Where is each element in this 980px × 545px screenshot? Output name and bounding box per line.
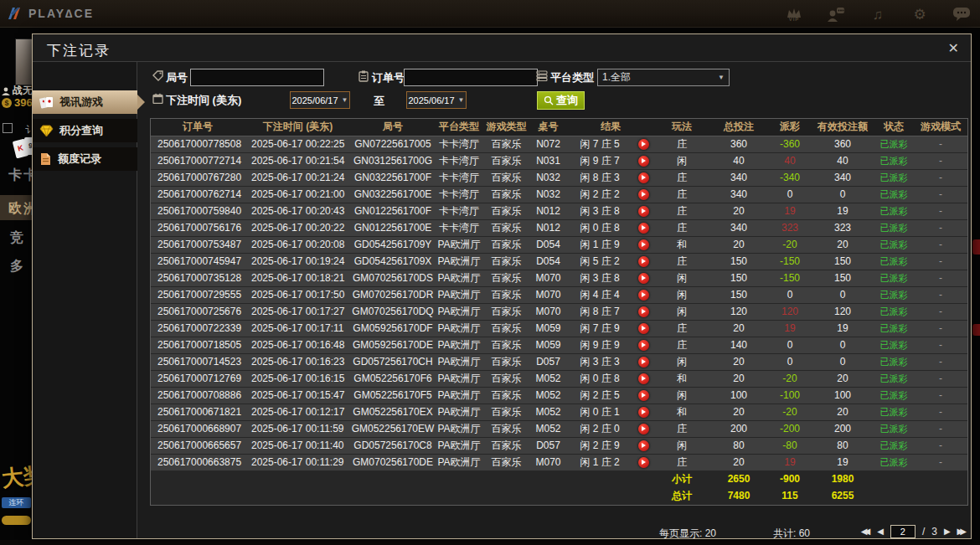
play-button[interactable] xyxy=(638,306,649,317)
cell-game-type: 百家乐 xyxy=(483,270,529,286)
date-to-picker[interactable]: 2025/06/17 ▼ xyxy=(406,91,467,109)
cell-table-no: D057 xyxy=(529,353,567,370)
totals-value xyxy=(435,470,483,487)
play-button[interactable] xyxy=(638,407,649,418)
cell-result: 闲 2 庄 9 xyxy=(567,437,632,454)
cell-round: GM052256170EW xyxy=(351,420,435,437)
cell-payout: 19 xyxy=(768,203,812,219)
order-number-input[interactable] xyxy=(404,69,538,86)
totals-value xyxy=(567,470,632,487)
cell-bet-type: 庄 xyxy=(654,169,709,186)
cell-valid-bet: 0 xyxy=(812,186,874,203)
play-button[interactable] xyxy=(638,206,649,217)
chat-icon[interactable] xyxy=(952,3,972,25)
close-icon[interactable]: ✕ xyxy=(948,40,959,56)
play-button[interactable] xyxy=(638,323,649,334)
cell-round: GN0122561700F xyxy=(351,203,435,219)
vip-icon[interactable]: VIP xyxy=(784,3,804,25)
cell-total-bet: 40 xyxy=(709,152,768,169)
cell-time: 2025-06-17 00:19:24 xyxy=(245,253,351,270)
cell-total-bet: 200 xyxy=(709,420,768,437)
cell-replay xyxy=(632,337,654,353)
sidebar-item-duo[interactable]: 多 xyxy=(10,258,25,275)
round-number-input[interactable] xyxy=(190,69,324,86)
play-button[interactable] xyxy=(638,172,649,183)
cell-total-bet: 20 xyxy=(709,353,768,370)
cell-replay xyxy=(632,387,654,404)
music-icon[interactable]: ♫ xyxy=(868,3,888,25)
cell-table-no: M070 xyxy=(529,270,567,286)
cell-platform: 卡卡湾厅 xyxy=(435,152,483,169)
tab-quota-records[interactable]: 额度记录 xyxy=(33,147,137,171)
date-from-picker[interactable]: 2025/06/17 ▼ xyxy=(290,91,350,109)
cell-status: 已派彩 xyxy=(874,420,914,437)
play-button[interactable] xyxy=(638,273,649,284)
cell-valid-bet: 19 xyxy=(812,320,874,337)
play-button[interactable] xyxy=(638,390,649,401)
page-number-input[interactable] xyxy=(890,525,916,538)
cell-status: 已派彩 xyxy=(874,337,914,353)
play-button[interactable] xyxy=(638,373,649,384)
cell-replay xyxy=(632,169,654,186)
settings-icon[interactable]: ⚙ xyxy=(910,3,930,25)
cell-valid-bet: 120 xyxy=(812,303,874,320)
play-button[interactable] xyxy=(638,223,649,234)
cell-game-mode: - xyxy=(914,186,967,203)
tab-points-query[interactable]: 积分查询 xyxy=(33,119,137,142)
play-button[interactable] xyxy=(638,139,649,150)
platform-type-select[interactable]: 1.全部 ▼ xyxy=(597,69,730,86)
cell-platform: PA欧洲厅 xyxy=(435,437,483,454)
next-page-button[interactable]: ▶ xyxy=(944,525,951,538)
cell-total-bet: 20 xyxy=(709,203,768,219)
play-button[interactable] xyxy=(638,239,649,250)
previous-page-button[interactable]: ◀ xyxy=(877,525,884,538)
play-button[interactable] xyxy=(638,156,649,167)
cell-table-no: M070 xyxy=(529,454,567,470)
last-page-button[interactable]: ▶▶ xyxy=(957,525,967,538)
column-header: 状态 xyxy=(874,119,914,136)
cell-order: 250617000772714 xyxy=(151,152,245,169)
first-page-button[interactable]: ◀◀ xyxy=(861,525,870,538)
play-button[interactable] xyxy=(638,290,649,301)
cell-table-no: D054 xyxy=(529,236,567,253)
cell-total-bet: 340 xyxy=(709,219,768,236)
cell-game-mode: - xyxy=(914,286,967,303)
cell-total-bet: 20 xyxy=(709,454,768,470)
totals-value xyxy=(529,470,567,487)
topbar: PLAY∆CE VIP ♫ ⚙ xyxy=(0,0,980,28)
cell-bet-type: 庄 xyxy=(654,420,709,437)
play-button[interactable] xyxy=(638,424,649,434)
play-button[interactable] xyxy=(638,440,649,451)
cell-game-type: 百家乐 xyxy=(483,303,529,320)
play-button[interactable] xyxy=(638,340,649,351)
cell-payout: -100 xyxy=(768,387,812,404)
cell-valid-bet: 200 xyxy=(812,420,874,437)
person-icon xyxy=(2,87,10,95)
sidebar-item-jing[interactable]: 竞 xyxy=(10,229,25,247)
cell-time: 2025-06-17 00:18:21 xyxy=(245,270,351,286)
totals-value xyxy=(874,487,914,504)
cell-result: 闲 0 庄 8 xyxy=(567,370,632,387)
search-button[interactable]: 查询 xyxy=(537,91,585,110)
cell-table-no: M052 xyxy=(529,387,567,404)
pagination-bar: 每页显示: 20 共计: 60 ◀◀ ◀ / 3 ▶ ▶▶ xyxy=(150,525,968,540)
play-button[interactable] xyxy=(638,457,649,468)
cell-round: GM059256170DE xyxy=(351,337,435,353)
cell-result: 闲 1 庄 9 xyxy=(567,236,632,253)
cell-round: GN0322561700F xyxy=(351,169,435,186)
table-body: 2506170007785082025-06-17 00:22:25GN0722… xyxy=(151,136,967,504)
table-row: 2506170007223392025-06-17 00:17:11GM0592… xyxy=(151,320,967,337)
play-button[interactable] xyxy=(638,189,649,200)
cell-replay xyxy=(632,303,654,320)
chevron-down-icon: ▼ xyxy=(458,96,465,104)
cell-game-type: 百家乐 xyxy=(483,437,529,454)
cell-valid-bet: 150 xyxy=(812,270,874,286)
cell-order: 250617000663875 xyxy=(151,454,245,470)
cell-payout: -20 xyxy=(768,404,812,420)
support-icon[interactable] xyxy=(826,3,846,25)
cell-platform: PA欧洲厅 xyxy=(435,420,483,437)
play-button[interactable] xyxy=(638,256,649,267)
tab-video-games[interactable]: 视讯游戏 xyxy=(33,90,137,114)
cell-game-type: 百家乐 xyxy=(483,337,529,353)
play-button[interactable] xyxy=(638,357,649,368)
